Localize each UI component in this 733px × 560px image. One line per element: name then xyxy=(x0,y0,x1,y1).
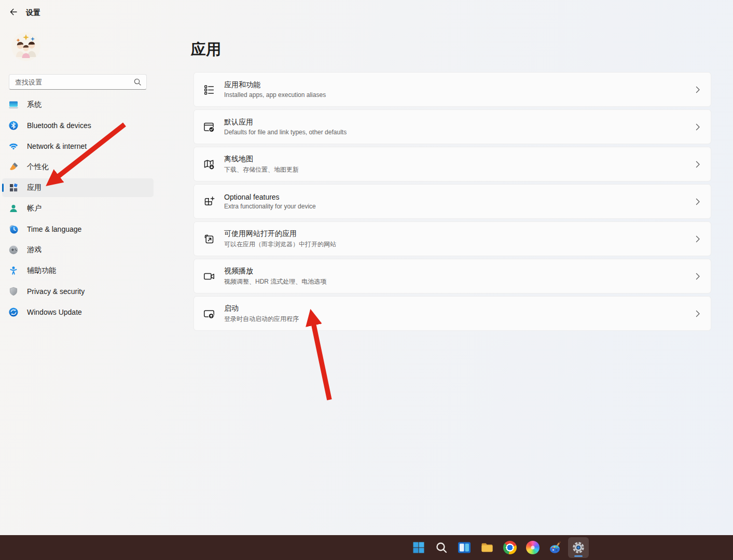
sidebar-nav: 系统 Bluetooth & devices Network & interne… xyxy=(0,95,156,324)
color-pinwheel-icon xyxy=(526,541,540,554)
personalization-brush-icon xyxy=(8,162,19,172)
chevron-right-icon xyxy=(696,161,700,168)
sidebar-item-label: 系统 xyxy=(27,100,42,109)
offline-maps-icon xyxy=(203,158,215,171)
row-default-apps[interactable]: 默认应用 Defaults for file and link types, o… xyxy=(193,109,711,144)
sidebar-item-label: 辅助功能 xyxy=(27,266,56,275)
row-subtitle: Extra functionality for your device xyxy=(224,203,316,210)
sidebar: 系统 Bluetooth & devices Network & interne… xyxy=(0,21,156,535)
settings-button[interactable] xyxy=(568,537,589,558)
sidebar-item-label: 个性化 xyxy=(27,162,49,172)
settings-window: 设置 xyxy=(0,0,733,560)
chrome-button[interactable] xyxy=(500,537,520,558)
avatar-cartoon-icon xyxy=(11,32,40,61)
task-view-button[interactable] xyxy=(454,537,475,558)
sidebar-item-label: Bluetooth & devices xyxy=(27,121,91,130)
privacy-shield-icon xyxy=(8,286,19,297)
page-title: 应用 xyxy=(191,39,221,60)
chevron-right-icon xyxy=(696,198,700,205)
apps-icon xyxy=(8,183,19,193)
sidebar-item-label: Windows Update xyxy=(27,308,82,316)
sidebar-item-label: Time & language xyxy=(27,225,81,233)
apps-for-websites-icon xyxy=(203,233,215,245)
taskbar-search-button[interactable] xyxy=(431,537,452,558)
user-avatar[interactable] xyxy=(11,32,40,61)
file-explorer-folder-icon xyxy=(480,541,494,554)
gaming-controller-icon xyxy=(8,245,19,255)
chevron-right-icon xyxy=(696,235,700,243)
windows-update-icon xyxy=(8,307,19,317)
row-title: 视频播放 xyxy=(224,267,326,276)
sidebar-item-privacy-security[interactable]: Privacy & security xyxy=(2,282,154,301)
row-subtitle: Defaults for file and link types, other … xyxy=(224,129,347,136)
sidebar-item-apps[interactable]: 应用 xyxy=(2,178,154,197)
file-explorer-button[interactable] xyxy=(477,537,497,558)
pinwheel-browser-button[interactable] xyxy=(522,537,543,558)
row-startup[interactable]: 启动 登录时自动启动的应用程序 xyxy=(193,296,711,331)
row-offline-maps[interactable]: 离线地图 下载、存储位置、地图更新 xyxy=(193,147,711,181)
sidebar-item-accounts[interactable]: 帐户 xyxy=(2,199,154,218)
row-title: 可使用网站打开的应用 xyxy=(224,229,336,239)
row-title: 默认应用 xyxy=(224,118,347,127)
chrome-icon xyxy=(503,541,517,554)
sidebar-item-label: Network & internet xyxy=(27,142,87,150)
sidebar-item-label: 帐户 xyxy=(27,204,42,213)
accounts-person-icon xyxy=(8,203,19,214)
network-wifi-icon xyxy=(8,141,19,151)
search-input[interactable] xyxy=(9,78,133,86)
row-title: Optional features xyxy=(224,193,316,201)
row-apps-and-features[interactable]: 应用和功能 Installed apps, app execution alia… xyxy=(193,72,711,107)
search-icon[interactable] xyxy=(133,78,142,86)
paint-app-button[interactable] xyxy=(545,537,566,558)
accessibility-person-icon xyxy=(8,265,19,276)
startup-icon xyxy=(203,307,215,320)
settings-search-box[interactable] xyxy=(9,74,147,90)
default-apps-icon xyxy=(203,121,215,133)
chevron-right-icon xyxy=(696,123,700,131)
row-subtitle: Installed apps, app execution aliases xyxy=(224,91,326,99)
sidebar-item-label: Privacy & security xyxy=(27,287,85,296)
sidebar-item-personalization[interactable]: 个性化 xyxy=(2,158,154,176)
sidebar-item-windows-update[interactable]: Windows Update xyxy=(2,303,154,321)
search-icon xyxy=(435,541,448,554)
titlebar: 设置 xyxy=(0,0,733,21)
back-button[interactable] xyxy=(7,6,19,18)
sidebar-item-label: 应用 xyxy=(27,183,42,192)
sidebar-item-label: 游戏 xyxy=(27,245,42,255)
sidebar-item-network[interactable]: Network & internet xyxy=(2,137,154,156)
apps-features-icon xyxy=(203,83,215,96)
arrow-left-icon xyxy=(9,8,18,16)
sidebar-item-time-language[interactable]: Time & language xyxy=(2,220,154,239)
taskbar-icons xyxy=(408,537,589,558)
row-subtitle: 可以在应用（而非浏览器）中打开的网站 xyxy=(224,240,336,249)
sidebar-item-system[interactable]: 系统 xyxy=(2,95,154,114)
settings-gear-icon xyxy=(572,541,585,554)
row-optional-features[interactable]: Optional features Extra functionality fo… xyxy=(193,184,711,219)
windows-logo-icon xyxy=(412,541,425,554)
running-indicator xyxy=(574,555,583,557)
task-view-icon xyxy=(458,541,471,554)
row-title: 启动 xyxy=(224,304,299,313)
row-subtitle: 登录时自动启动的应用程序 xyxy=(224,315,299,324)
optional-features-icon xyxy=(203,195,215,208)
row-subtitle: 视频调整、HDR 流式处理、电池选项 xyxy=(224,277,326,286)
settings-list: 应用和功能 Installed apps, app execution alia… xyxy=(193,72,711,333)
bluetooth-icon xyxy=(8,120,19,131)
chevron-right-icon xyxy=(696,310,700,317)
row-video-playback[interactable]: 视频播放 视频调整、HDR 流式处理、电池选项 xyxy=(193,259,711,293)
time-language-clock-icon xyxy=(8,224,19,234)
taskbar xyxy=(0,535,733,560)
row-title: 应用和功能 xyxy=(224,80,326,90)
sidebar-item-gaming[interactable]: 游戏 xyxy=(2,241,154,259)
sidebar-item-accessibility[interactable]: 辅助功能 xyxy=(2,261,154,280)
start-button[interactable] xyxy=(408,537,429,558)
chevron-right-icon xyxy=(696,273,700,280)
system-icon xyxy=(8,100,19,110)
chevron-right-icon xyxy=(696,86,700,93)
row-apps-for-websites[interactable]: 可使用网站打开的应用 可以在应用（而非浏览器）中打开的网站 xyxy=(193,221,711,256)
video-playback-camera-icon xyxy=(203,270,215,283)
row-title: 离线地图 xyxy=(224,155,299,164)
row-subtitle: 下载、存储位置、地图更新 xyxy=(224,165,299,174)
sidebar-item-bluetooth[interactable]: Bluetooth & devices xyxy=(2,116,154,135)
paint-palette-icon xyxy=(549,541,562,554)
